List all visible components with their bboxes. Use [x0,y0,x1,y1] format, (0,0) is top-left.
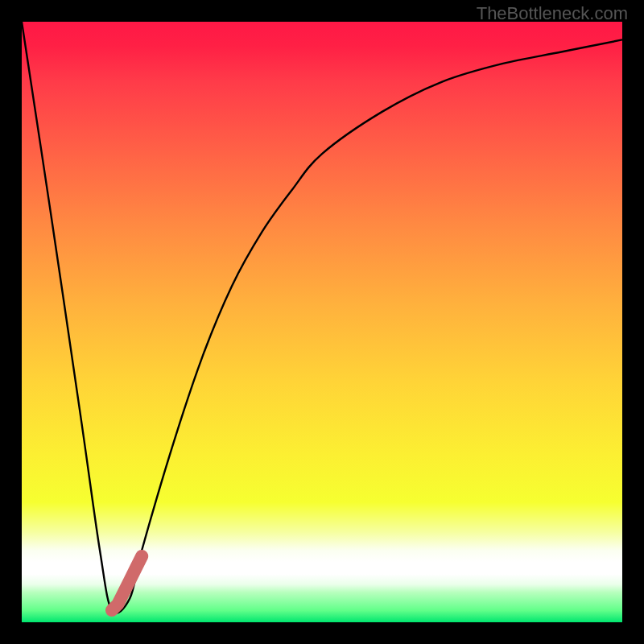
chart-plot-area [22,22,622,622]
chart-svg [22,22,622,622]
watermark-text: TheBottleneck.com [477,3,628,24]
bottleneck-curve-line [22,22,622,613]
